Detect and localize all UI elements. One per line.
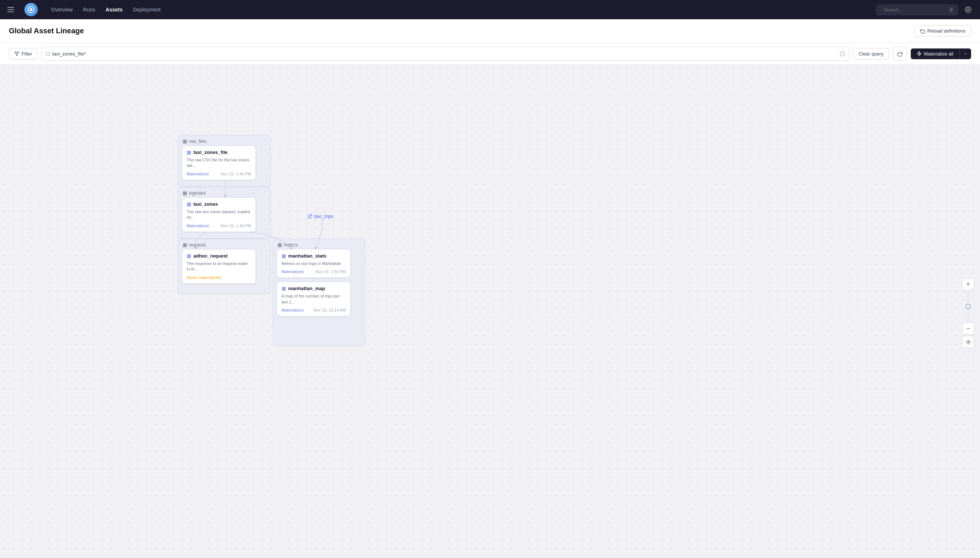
asset-icon-adhoc-request: ▦ <box>187 253 191 259</box>
filter-button[interactable]: Filter <box>9 48 38 59</box>
asset-node-taxi-zones[interactable]: ▦ taxi_zones The raw taxi zones dataset,… <box>182 197 256 232</box>
asset-desc-manhattan-stats: Metrics on taxi trips in Manhattan <box>282 261 346 266</box>
nav-deployment[interactable]: Deployment <box>128 5 165 15</box>
nav-assets[interactable]: Assets <box>101 5 127 15</box>
group-label-ingested: ▦ ingested <box>178 187 270 197</box>
refresh-icon <box>897 51 903 57</box>
external-link-icon <box>307 214 312 219</box>
group-raw-files: ▦ raw_files ▦ taxi_zones_file The raw CS… <box>178 135 270 187</box>
asset-timestamp-manhattan-map: Nov 16, 10:14 AM <box>314 308 346 312</box>
materialize-dropdown-button[interactable] <box>959 48 971 59</box>
clear-query-button[interactable]: Clear query <box>853 48 889 59</box>
query-info-icon[interactable] <box>840 51 845 57</box>
query-input[interactable] <box>52 51 840 57</box>
zoom-controls: + − <box>962 278 974 348</box>
refresh-button[interactable] <box>893 47 907 61</box>
asset-desc-manhattan-map: A map of the number of trips per taxi z.… <box>282 294 346 305</box>
external-node-taxi-trips[interactable]: taxi_trips <box>307 213 333 219</box>
zoom-fit-button[interactable] <box>962 336 974 348</box>
asset-timestamp-manhattan-stats: Nov 15, 1:50 PM <box>316 269 346 274</box>
search-input[interactable] <box>884 7 946 13</box>
asset-timestamp-taxi-zones: Nov 15, 1:46 PM <box>221 223 251 228</box>
group-icon-requests: ▦ <box>183 242 187 248</box>
group-name-requests: requests <box>189 242 206 248</box>
asset-name-adhoc-request: adhoc_request <box>193 253 227 259</box>
group-ingested: ▦ ingested ▦ taxi_zones The raw taxi zon… <box>178 187 270 239</box>
materialize-icon <box>917 51 922 56</box>
chevron-down-icon <box>964 51 968 56</box>
nav-links: Overview Runs Assets Deployment <box>47 5 165 15</box>
asset-name-manhattan-map: manhattan_map <box>288 286 325 291</box>
materialize-btn-wrap: Materialize all <box>911 48 971 59</box>
page-header: Global Asset Lineage Reload definitions <box>0 19 980 43</box>
asset-desc-adhoc-request: The response to an request made in th... <box>187 261 251 272</box>
svg-point-1 <box>30 8 32 11</box>
group-metrics: ▦ metrics ▦ manhattan_stats Metrics on t… <box>273 239 365 346</box>
hamburger-menu[interactable] <box>6 5 16 14</box>
asset-node-adhoc-request[interactable]: ▦ adhoc_request The response to an reque… <box>182 249 256 284</box>
asset-node-manhattan-stats[interactable]: ▦ manhattan_stats Metrics on taxi trips … <box>277 249 351 278</box>
asset-icon-manhattan-map: ▦ <box>282 286 286 291</box>
asset-node-manhattan-map[interactable]: ▦ manhattan_map A map of the number of t… <box>277 282 351 317</box>
materialize-all-button[interactable]: Materialize all <box>911 48 959 59</box>
svg-marker-4 <box>15 52 19 56</box>
asset-desc-taxi-zones-file: The raw CSV file for the taxi zones dat.… <box>187 157 251 169</box>
search-box[interactable]: / <box>876 5 958 15</box>
asset-status-taxi-zones-file: Materialized <box>187 172 209 176</box>
asset-icon-taxi-zones-file: ▦ <box>187 149 191 155</box>
asset-name-manhattan-stats: manhattan_stats <box>288 253 326 259</box>
zoom-in-button[interactable]: + <box>962 278 974 290</box>
reload-icon <box>920 28 925 34</box>
topnav-right: / <box>876 4 974 16</box>
svg-point-11 <box>967 341 969 343</box>
query-icon: ⬡ <box>46 51 50 57</box>
nav-runs[interactable]: Runs <box>79 5 100 15</box>
gear-icon <box>965 6 972 13</box>
asset-name-taxi-zones: taxi_zones <box>193 201 218 207</box>
asset-icon-taxi-zones: ▦ <box>187 201 191 207</box>
group-label-requests: ▦ requests <box>178 239 270 249</box>
asset-timestamp-taxi-zones-file: Nov 15, 1:46 PM <box>221 172 251 176</box>
canvas-area[interactable]: ▦ raw_files ▦ taxi_zones_file The raw CS… <box>0 65 980 558</box>
zoom-out-button[interactable]: − <box>962 323 974 335</box>
reload-label: Reload definitions <box>927 28 965 34</box>
info-icon <box>840 51 845 57</box>
group-name-raw-files: raw_files <box>189 139 206 144</box>
asset-desc-taxi-zones: The raw taxi zones dataset, loaded int..… <box>187 209 251 220</box>
filter-icon <box>15 51 19 56</box>
group-requests: ▦ requests ▦ adhoc_request The response … <box>178 239 270 294</box>
svg-line-10 <box>309 215 311 217</box>
svg-point-3 <box>967 9 969 11</box>
logo <box>25 3 38 16</box>
query-input-wrap[interactable]: ⬡ <box>41 47 849 61</box>
group-icon-raw-files: ▦ <box>183 138 187 144</box>
svg-marker-8 <box>917 51 921 56</box>
search-icon <box>880 7 881 12</box>
zoom-fit-icon <box>965 339 971 345</box>
zoom-slider-thumb <box>965 304 971 309</box>
search-shortcut: / <box>949 7 954 12</box>
asset-icon-manhattan-stats: ▦ <box>282 253 286 259</box>
arrows-svg <box>0 65 980 558</box>
group-label-metrics: ▦ metrics <box>273 239 365 249</box>
group-icon-ingested: ▦ <box>183 190 187 196</box>
svg-point-2 <box>880 10 881 10</box>
external-node-label-taxi-trips: taxi_trips <box>314 213 333 219</box>
asset-status-adhoc-request: Never materialized <box>187 275 221 280</box>
settings-button[interactable] <box>962 4 974 16</box>
zoom-slider[interactable] <box>967 292 969 321</box>
materialize-label: Materialize all <box>924 51 953 57</box>
filter-bar: Filter ⬡ Clear query Materialize all <box>0 43 980 65</box>
asset-status-manhattan-stats: Materialized <box>282 269 303 274</box>
filter-label: Filter <box>21 51 32 57</box>
asset-node-taxi-zones-file[interactable]: ▦ taxi_zones_file The raw CSV file for t… <box>182 145 256 180</box>
group-icon-metrics: ▦ <box>277 242 282 248</box>
asset-name-taxi-zones-file: taxi_zones_file <box>193 149 228 155</box>
page-title: Global Asset Lineage <box>9 27 84 35</box>
group-name-metrics: metrics <box>284 242 298 248</box>
asset-status-manhattan-map: Materialized <box>282 308 303 312</box>
topnav: Overview Runs Assets Deployment / <box>0 0 980 19</box>
nav-overview[interactable]: Overview <box>47 5 77 15</box>
asset-status-taxi-zones: Materialized <box>187 223 209 228</box>
reload-definitions-button[interactable]: Reload definitions <box>914 25 971 37</box>
